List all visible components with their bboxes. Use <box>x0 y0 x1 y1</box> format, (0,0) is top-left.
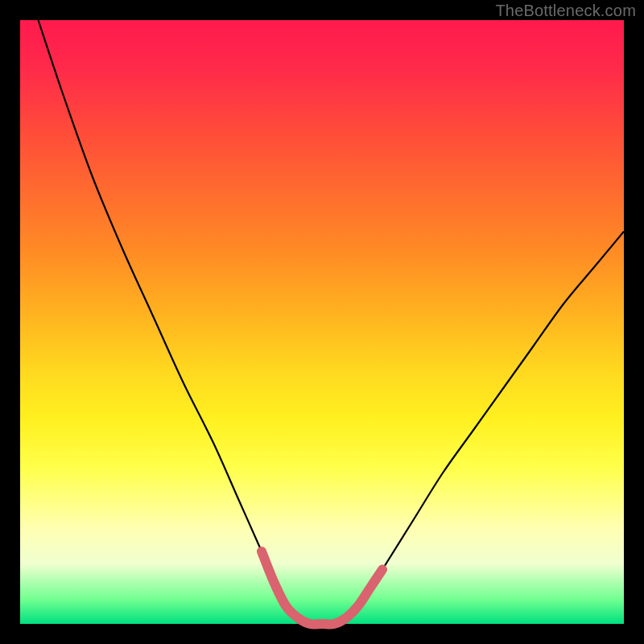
bottleneck-curve <box>39 20 625 625</box>
watermark-text: TheBottleneck.com <box>495 2 636 20</box>
chart-svg <box>20 20 624 624</box>
chart-container: TheBottleneck.com <box>0 0 644 644</box>
highlight-segment <box>262 551 382 625</box>
plot-area <box>20 20 624 624</box>
